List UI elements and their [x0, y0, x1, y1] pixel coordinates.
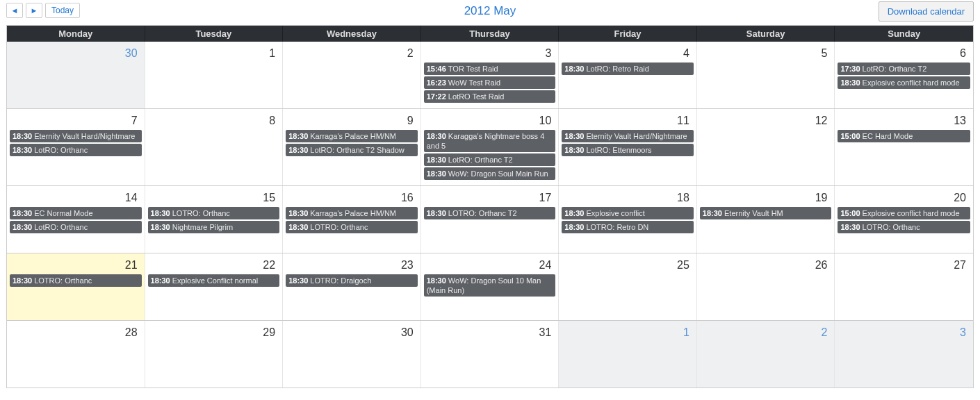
day-cell[interactable]: 2218:30Explosive Conflict normal: [145, 253, 284, 320]
day-cell[interactable]: 1118:30Eternity Vault Hard/Nightmare18:3…: [559, 109, 697, 185]
day-number: 25: [562, 256, 694, 274]
event-title: LOTRO: Orthanc: [172, 209, 230, 217]
day-cell[interactable]: 418:30LotRO: Retro Raid: [559, 42, 697, 108]
day-number: 28: [10, 324, 142, 342]
day-header: Saturday: [697, 26, 835, 42]
day-cell[interactable]: 12: [697, 109, 835, 185]
calendar-event[interactable]: 18:30LotRO: Orthanc: [10, 221, 142, 233]
event-title: WoW: Dragon Soul Main Run: [448, 169, 548, 178]
day-cell[interactable]: 2: [697, 321, 835, 388]
events-container: [700, 130, 832, 181]
calendar-event[interactable]: 18:30Explosive conflict: [562, 207, 694, 219]
calendar-event[interactable]: 16:23WoW Test Raid: [424, 76, 556, 89]
calendar-event[interactable]: 18:30Eternity Vault Hard/Nightmare: [562, 130, 694, 142]
calendar-event[interactable]: 18:30LOTRO: Orthanc: [10, 274, 142, 287]
event-time: 18:30: [564, 65, 584, 73]
day-cell[interactable]: 2: [283, 42, 421, 108]
calendar-event[interactable]: 18:30Explosive conflict hard mode: [838, 76, 970, 89]
events-container: 18:30Explosive conflict18:30LOTRO: Retro…: [562, 207, 694, 249]
events-container: 18:30EC Normal Mode18:30LotRO: Orthanc: [10, 207, 142, 249]
day-cell[interactable]: 1018:30Karagga's Nightmare boss 4 and 51…: [421, 109, 560, 185]
day-number: 2: [286, 44, 418, 62]
day-cell[interactable]: 28: [7, 321, 145, 388]
day-cell[interactable]: 2318:30LOTRO: Draigoch: [283, 253, 421, 320]
event-time: 18:30: [427, 169, 446, 178]
download-calendar-button[interactable]: Download calendar: [879, 1, 974, 22]
event-time: 18:30: [288, 223, 308, 231]
day-cell[interactable]: 29: [145, 321, 284, 388]
day-cell[interactable]: 1: [559, 321, 697, 388]
calendar-event[interactable]: 15:46TOR Test Raid: [424, 62, 556, 75]
day-cell[interactable]: 315:46TOR Test Raid16:23WoW Test Raid17:…: [421, 42, 560, 108]
calendar-event[interactable]: 18:30EC Normal Mode: [10, 207, 142, 219]
day-number: 29: [148, 324, 280, 342]
day-cell[interactable]: 25: [559, 253, 697, 320]
calendar-event[interactable]: 15:00EC Hard Mode: [838, 130, 970, 142]
calendar-event[interactable]: 17:30LotRO: Orthanc T2: [838, 62, 970, 75]
event-time: 18:30: [564, 146, 584, 154]
day-cell[interactable]: 8: [145, 109, 284, 185]
day-cell[interactable]: 30: [283, 321, 421, 388]
day-cell[interactable]: 5: [697, 42, 835, 108]
day-cell[interactable]: 1918:30Eternity Vault HM: [697, 186, 835, 253]
event-title: LOTRO: Orthanc: [34, 276, 92, 285]
calendar-event[interactable]: 18:30WoW: Dragon Soul 10 Man (Main Run): [424, 274, 556, 297]
day-cell[interactable]: 718:30Eternity Vault Hard/Nightmare18:30…: [7, 109, 145, 185]
day-cell[interactable]: 1518:30LOTRO: Orthanc18:30Nightmare Pilg…: [145, 186, 284, 253]
day-cell[interactable]: 918:30Karraga's Palace HM/NM18:30LotRO: …: [283, 109, 421, 185]
day-number: 20: [838, 189, 970, 207]
event-title: TOR Test Raid: [448, 65, 498, 73]
calendar-event[interactable]: 18:30Karraga's Palace HM/NM: [286, 130, 418, 142]
day-number: 4: [562, 44, 694, 62]
day-number: 18: [562, 189, 694, 207]
day-cell[interactable]: 3: [835, 321, 973, 388]
event-time: 15:46: [427, 65, 446, 73]
day-number: 26: [700, 256, 832, 274]
day-cell[interactable]: 617:30LotRO: Orthanc T218:30Explosive co…: [835, 42, 973, 108]
calendar-event[interactable]: 18:30LotRO: Orthanc T2: [424, 153, 556, 166]
day-cell[interactable]: 27: [835, 253, 973, 320]
event-title: Explosive conflict hard mode: [863, 78, 960, 87]
calendar-event[interactable]: 18:30Explosive Conflict normal: [148, 274, 280, 287]
day-number: 31: [424, 324, 556, 342]
event-title: LotRO: Orthanc T2: [448, 156, 513, 164]
calendar-event[interactable]: 18:30LOTRO: Orthanc: [286, 221, 418, 233]
events-container: [148, 62, 280, 104]
event-title: LOTRO: Retro DN: [586, 223, 648, 231]
calendar-event[interactable]: 18:30LOTRO: Draigoch: [286, 274, 418, 287]
calendar-event[interactable]: 18:30LOTRO: Retro DN: [562, 221, 694, 233]
event-title: LotRO Test Raid: [448, 92, 505, 101]
day-cell[interactable]: 1: [145, 42, 284, 108]
day-cell[interactable]: 26: [697, 253, 835, 320]
calendar-event[interactable]: 17:22LotRO Test Raid: [424, 90, 556, 103]
calendar-event[interactable]: 18:30LOTRO: Orthanc: [838, 221, 970, 233]
events-container: [148, 342, 280, 383]
calendar-event[interactable]: 18:30Karraga's Palace HM/NM: [286, 207, 418, 219]
calendar-event[interactable]: 18:30Eternity Vault HM: [700, 207, 832, 219]
day-cell[interactable]: 30: [7, 42, 145, 108]
day-cell[interactable]: 31: [421, 321, 560, 388]
calendar-event[interactable]: 18:30Nightmare Pilgrim: [148, 221, 280, 233]
calendar-event[interactable]: 18:30LotRO: Ettenmoors: [562, 144, 694, 156]
calendar-event[interactable]: 18:30LOTRO: Orthanc T2: [424, 207, 556, 219]
calendar-event[interactable]: 18:30LOTRO: Orthanc: [148, 207, 280, 219]
day-cell[interactable]: 2418:30WoW: Dragon Soul 10 Man (Main Run…: [421, 253, 560, 320]
day-cell[interactable]: 1818:30Explosive conflict18:30LOTRO: Ret…: [559, 186, 697, 253]
events-container: 18:30LOTRO: Orthanc: [10, 274, 142, 316]
day-cell[interactable]: 1418:30EC Normal Mode18:30LotRO: Orthanc: [7, 186, 145, 253]
day-cell[interactable]: 2015:00Explosive conflict hard mode18:30…: [835, 186, 973, 253]
calendar-event[interactable]: 18:30LotRO: Orthanc: [10, 144, 142, 156]
calendar-event[interactable]: 18:30Karagga's Nightmare boss 4 and 5: [424, 130, 556, 152]
calendar-event[interactable]: 15:00Explosive conflict hard mode: [838, 207, 970, 219]
week-row: 718:30Eternity Vault Hard/Nightmare18:30…: [7, 109, 973, 186]
calendar-event[interactable]: 18:30LotRO: Retro Raid: [562, 62, 694, 75]
day-number: 17: [424, 189, 556, 207]
day-cell[interactable]: 2118:30LOTRO: Orthanc: [7, 253, 145, 320]
calendar-event[interactable]: 18:30Eternity Vault Hard/Nightmare: [10, 130, 142, 142]
calendar-event[interactable]: 18:30WoW: Dragon Soul Main Run: [424, 167, 556, 180]
day-cell[interactable]: 1618:30Karraga's Palace HM/NM18:30LOTRO:…: [283, 186, 421, 253]
event-time: 18:30: [427, 156, 446, 164]
day-cell[interactable]: 1718:30LOTRO: Orthanc T2: [421, 186, 560, 253]
day-cell[interactable]: 1315:00EC Hard Mode: [835, 109, 973, 185]
calendar-event[interactable]: 18:30LotRO: Orthanc T2 Shadow: [286, 144, 418, 156]
